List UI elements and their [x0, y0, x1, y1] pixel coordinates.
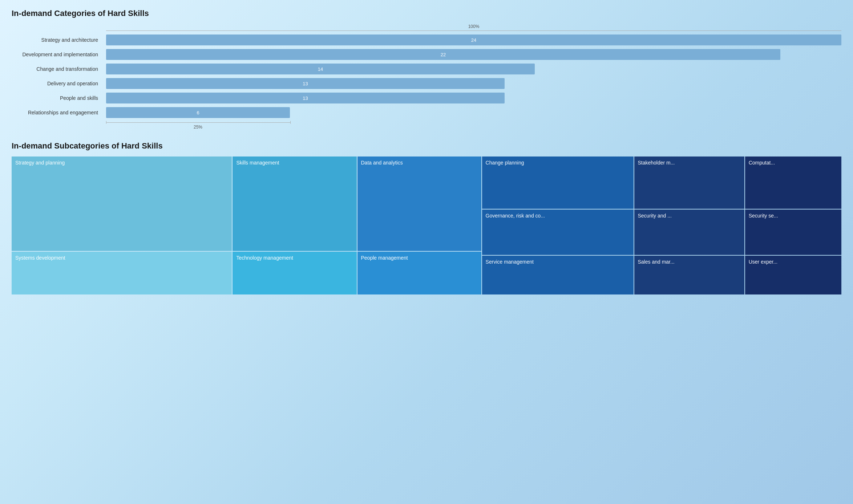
bars-container: Strategy and architecture24Development a… — [106, 34, 841, 119]
bar-row: Delivery and operation13 — [106, 77, 841, 90]
bar-row: Change and transformation14 — [106, 63, 841, 75]
treemap-col5: Stakeholder m... Security and ... Sales … — [634, 157, 744, 294]
chart-top-line — [106, 31, 841, 31]
bar-track: 24 — [106, 34, 841, 45]
bar-label: Relationships and engagement — [12, 110, 102, 115]
bar-label: Change and transformation — [12, 66, 102, 72]
treemap-main: Strategy and planning Systems developmen… — [12, 157, 841, 294]
bar-fill: 14 — [106, 64, 535, 74]
cell-computat-label: Computat... — [749, 159, 775, 166]
cell-people-mgmt[interactable]: People management — [357, 252, 481, 294]
treemap-col1: Strategy and planning Systems developmen… — [12, 157, 232, 294]
cell-strategy-planning-label: Strategy and planning — [15, 159, 65, 166]
cell-data-analytics[interactable]: Data and analytics — [357, 157, 481, 251]
cell-stakeholder-label: Stakeholder m... — [638, 159, 675, 166]
cell-tech-mgmt-label: Technology management — [236, 255, 293, 261]
bar-fill: 6 — [106, 107, 290, 118]
cell-data-analytics-label: Data and analytics — [361, 159, 403, 166]
cell-tech-mgmt[interactable]: Technology management — [233, 252, 356, 294]
chart-bottom-section: 25% — [106, 121, 841, 130]
bar-fill: 24 — [106, 34, 841, 45]
bar-label: Delivery and operation — [12, 81, 102, 86]
treemap-col3: Data and analytics People management — [357, 157, 481, 294]
chart-area: 100% Strategy and architecture24Developm… — [106, 24, 841, 130]
cell-service-mgmt[interactable]: Service management — [482, 256, 634, 294]
cell-security-and-label: Security and ... — [638, 212, 672, 219]
treemap-col2: Skills management Technology management — [233, 157, 356, 294]
bar-track: 13 — [106, 78, 841, 89]
cell-change-planning[interactable]: Change planning — [482, 157, 634, 209]
cell-security-se-label: Security se... — [749, 212, 778, 219]
cell-security-se[interactable]: Security se... — [745, 210, 841, 255]
cell-systems-dev[interactable]: Systems development — [12, 252, 232, 294]
cell-user-exper-label: User exper... — [749, 259, 777, 265]
cell-skills-mgmt-label: Skills management — [236, 159, 279, 166]
bar-label: Development and implementation — [12, 52, 102, 57]
cell-governance-label: Governance, risk and co... — [486, 212, 545, 219]
bar-row: Development and implementation22 — [106, 48, 841, 61]
cell-strategy-planning[interactable]: Strategy and planning — [12, 157, 232, 251]
bar-fill: 13 — [106, 93, 505, 103]
cell-sales[interactable]: Sales and mar... — [634, 256, 744, 294]
cell-change-planning-label: Change planning — [486, 159, 524, 166]
bar-row: Relationships and engagement6 — [106, 106, 841, 119]
bar-label: People and skills — [12, 95, 102, 101]
bar-row: Strategy and architecture24 — [106, 34, 841, 46]
bar-track: 13 — [106, 93, 841, 103]
bar-label: Strategy and architecture — [12, 37, 102, 43]
cell-security-and[interactable]: Security and ... — [634, 210, 744, 255]
cell-user-exper[interactable]: User exper... — [745, 256, 841, 294]
bar-fill: 22 — [106, 49, 780, 60]
bar-chart-section: In-demand Categories of Hard Skills 100%… — [12, 9, 841, 130]
bar-track: 6 — [106, 107, 841, 118]
cell-people-mgmt-label: People management — [361, 255, 408, 261]
bar-row: People and skills13 — [106, 92, 841, 104]
treemap-section: In-demand Subcategories of Hard Skills S… — [12, 141, 841, 294]
chart-25-label: 25% — [106, 125, 290, 130]
treemap-col6: Computat... Security se... User exper... — [745, 157, 841, 294]
bar-track: 22 — [106, 49, 841, 60]
cell-sales-label: Sales and mar... — [638, 259, 675, 265]
cell-service-mgmt-label: Service management — [486, 259, 534, 265]
cell-computat[interactable]: Computat... — [745, 157, 841, 209]
cell-governance[interactable]: Governance, risk and co... — [482, 210, 634, 255]
treemap-title: In-demand Subcategories of Hard Skills — [12, 141, 841, 151]
treemap-col4: Change planning Governance, risk and co.… — [482, 157, 634, 294]
cell-skills-mgmt[interactable]: Skills management — [233, 157, 356, 251]
cell-systems-dev-label: Systems development — [15, 255, 65, 261]
bar-fill: 13 — [106, 78, 505, 89]
bar-track: 14 — [106, 64, 841, 74]
cell-stakeholder[interactable]: Stakeholder m... — [634, 157, 744, 209]
bar-chart-title: In-demand Categories of Hard Skills — [12, 9, 841, 18]
chart-100-label: 100% — [106, 24, 841, 29]
